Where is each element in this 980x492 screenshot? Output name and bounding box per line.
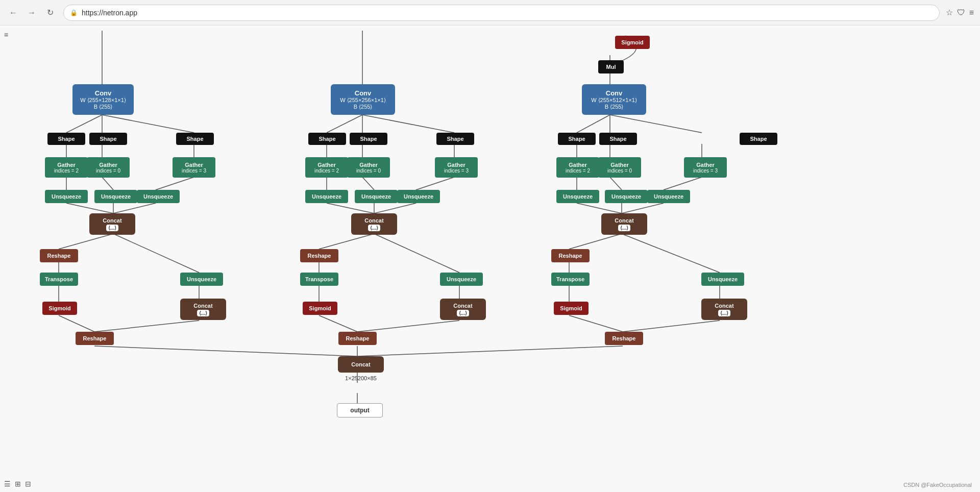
- col1-shape1[interactable]: Shape: [558, 133, 596, 145]
- col1-sigmoid-top-label: Sigmoid: [621, 39, 643, 45]
- col1-concat2[interactable]: Concat ⟨...⟩: [701, 299, 747, 320]
- col3-unsqueeze3[interactable]: Unsqueeze: [397, 190, 440, 203]
- footer-list-btn[interactable]: ☰: [4, 480, 11, 488]
- col1-sigmoid-top[interactable]: Sigmoid: [615, 36, 650, 49]
- col1-unsqueeze1[interactable]: Unsqueeze: [556, 190, 599, 203]
- col2-reshape2[interactable]: Reshape: [76, 332, 114, 345]
- col1-concat2-dots: ⟨...⟩: [718, 310, 730, 316]
- menu-button[interactable]: ≡: [969, 8, 974, 17]
- svg-line-60: [94, 346, 357, 356]
- col1-conv-node[interactable]: Conv W ⟨255×512×1×1⟩ B ⟨255⟩: [582, 84, 646, 115]
- col3-reshape2[interactable]: Reshape: [338, 332, 377, 345]
- col2-shape1-label: Shape: [58, 136, 75, 142]
- col3-conv-node[interactable]: Conv W ⟨255×256×1×1⟩ B ⟨255⟩: [331, 84, 395, 115]
- footer-zoom-in-btn[interactable]: ⊞: [15, 480, 21, 488]
- col1-mul-node[interactable]: Mul: [598, 60, 624, 73]
- col2-unsqueeze3[interactable]: Unsqueeze: [137, 190, 180, 203]
- col2-conv-title: Conv: [95, 89, 112, 97]
- col3-shape3[interactable]: Shape: [436, 133, 474, 145]
- col2-gather2[interactable]: Gather indices = 0: [87, 157, 130, 178]
- col1-transpose1[interactable]: Transpose: [551, 273, 590, 286]
- col1-unsqueeze3[interactable]: Unsqueeze: [647, 190, 690, 203]
- col3-gather1[interactable]: Gather indices = 2: [305, 157, 348, 178]
- forward-button[interactable]: →: [24, 6, 39, 20]
- col1-concat2-label: Concat: [715, 303, 733, 309]
- svg-line-33: [319, 234, 374, 249]
- svg-line-17: [113, 234, 199, 273]
- col1-gather2[interactable]: Gather indices = 0: [598, 157, 641, 178]
- col2-shape2-label: Shape: [100, 136, 116, 142]
- col2-shape1[interactable]: Shape: [47, 133, 85, 145]
- col1-shape2[interactable]: Shape: [599, 133, 637, 145]
- back-button[interactable]: ←: [6, 6, 20, 20]
- col2-conv-b: B ⟨255⟩: [94, 104, 113, 110]
- col3-gather3[interactable]: Gather indices = 3: [435, 157, 478, 178]
- col2-unsqueeze2[interactable]: Unsqueeze: [94, 190, 137, 203]
- svg-line-19: [94, 321, 199, 332]
- col2-gather3[interactable]: Gather indices = 3: [173, 157, 215, 178]
- col3-unsqueeze4[interactable]: Unsqueeze: [440, 273, 483, 286]
- col2-concat2-dots: ⟨...⟩: [197, 310, 209, 316]
- nav-buttons: ← → ↻: [6, 6, 57, 20]
- col3-concat1[interactable]: Concat ⟨...⟩: [351, 213, 397, 235]
- col3-sigmoid1-label: Sigmoid: [309, 305, 331, 311]
- col2-concat1[interactable]: Concat ⟨...⟩: [89, 213, 135, 235]
- col1-reshape2[interactable]: Reshape: [605, 332, 643, 345]
- col1-sigmoid1-label: Sigmoid: [560, 305, 582, 311]
- col3-transpose1[interactable]: Transpose: [300, 273, 338, 286]
- col2-conv-node[interactable]: Conv W ⟨255×128×1×1⟩ B ⟨255⟩: [72, 84, 134, 115]
- output-label: output: [350, 407, 369, 414]
- col3-unsqueeze2[interactable]: Unsqueeze: [355, 190, 398, 203]
- col3-unsqueeze1[interactable]: Unsqueeze: [305, 190, 348, 203]
- svg-line-21: [327, 115, 362, 133]
- col3-gather1-indices: indices = 2: [314, 168, 339, 174]
- footer-zoom-out-btn[interactable]: ⊟: [25, 480, 31, 488]
- col2-unsqueeze4[interactable]: Unsqueeze: [180, 273, 223, 286]
- star-button[interactable]: ☆: [946, 8, 953, 17]
- shield-button[interactable]: 🛡: [957, 8, 965, 17]
- col1-reshape1-label: Reshape: [559, 253, 582, 259]
- canvas-menu-icon[interactable]: ≡: [4, 31, 8, 39]
- col2-concat2-label: Concat: [193, 303, 212, 309]
- svg-line-50: [577, 203, 622, 213]
- col3-gather2[interactable]: Gather indices = 0: [347, 157, 390, 178]
- col3-shape2[interactable]: Shape: [350, 133, 387, 145]
- col2-transpose1[interactable]: Transpose: [40, 273, 78, 286]
- col2-unsqueeze2-label: Unsqueeze: [101, 193, 131, 200]
- col3-shape1[interactable]: Shape: [308, 133, 346, 145]
- col2-reshape1[interactable]: Reshape: [40, 249, 78, 262]
- col2-unsqueeze1-label: Unsqueeze: [52, 193, 81, 200]
- address-bar[interactable]: 🔒 https://netron.app: [63, 5, 940, 21]
- col3-concat2[interactable]: Concat ⟨...⟩: [440, 299, 486, 320]
- col1-gather3[interactable]: Gather indices = 3: [684, 157, 727, 178]
- col2-sigmoid1[interactable]: Sigmoid: [42, 302, 77, 315]
- col1-unsqueeze4[interactable]: Unsqueeze: [701, 273, 744, 286]
- col3-sigmoid1[interactable]: Sigmoid: [303, 302, 337, 315]
- svg-line-28: [362, 177, 374, 190]
- output-node[interactable]: output: [337, 403, 383, 417]
- col2-gather1[interactable]: Gather indices = 2: [45, 157, 88, 178]
- svg-line-23: [362, 115, 454, 133]
- col1-mul-label: Mul: [606, 64, 616, 70]
- col1-gather2-label: Gather: [610, 162, 628, 168]
- col2-unsqueeze1[interactable]: Unsqueeze: [45, 190, 88, 203]
- col2-shape2[interactable]: Shape: [89, 133, 127, 145]
- col1-reshape1[interactable]: Reshape: [551, 249, 590, 262]
- col1-shape3-label: Shape: [750, 136, 767, 142]
- col1-conv-title: Conv: [606, 89, 623, 97]
- col3-reshape1[interactable]: Reshape: [300, 249, 338, 262]
- netron-canvas[interactable]: ≡: [0, 26, 980, 492]
- reload-button[interactable]: ↻: [43, 6, 57, 20]
- col2-concat2[interactable]: Concat ⟨...⟩: [180, 299, 226, 320]
- col3-reshape1-label: Reshape: [308, 253, 331, 259]
- col2-shape3[interactable]: Shape: [176, 133, 214, 145]
- col1-concat1[interactable]: Concat ⟨...⟩: [601, 213, 647, 235]
- final-concat-node[interactable]: Concat: [338, 356, 384, 373]
- col1-shape3[interactable]: Shape: [740, 133, 777, 145]
- svg-line-9: [156, 177, 194, 190]
- col1-unsqueeze2[interactable]: Unsqueeze: [605, 190, 648, 203]
- col1-gather1[interactable]: Gather indices = 2: [556, 157, 599, 178]
- col1-unsqueeze2-label: Unsqueeze: [611, 193, 641, 200]
- col1-sigmoid1[interactable]: Sigmoid: [554, 302, 589, 315]
- col3-gather1-label: Gather: [317, 162, 335, 168]
